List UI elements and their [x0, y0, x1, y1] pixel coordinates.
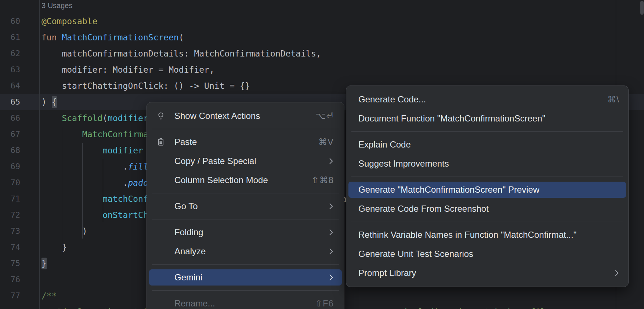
menu-item-label: Copy / Paste Special [174, 156, 256, 166]
line-number: 72 [0, 207, 20, 223]
menu-item-label: Analyze [174, 246, 206, 257]
code-line-text: } [41, 239, 67, 255]
menu-item-column-selection-mode[interactable]: Column Selection Mode⇧⌘8 [147, 171, 344, 190]
menu-item-generate-code[interactable]: Generate Code...⌘\ [346, 90, 628, 109]
code-token: ) [41, 226, 87, 236]
chevron-right-icon [329, 248, 334, 255]
menu-separator [152, 264, 339, 265]
chevron-right-icon [329, 158, 334, 164]
menu-item-shortcut: ⌘V [318, 137, 334, 147]
code-line: 63 modifier: Modifier = Modifier, [0, 62, 644, 78]
menu-item-rethink-variable-names-in-function-matchconfirmat[interactable]: Rethink Variable Names in Function "Matc… [346, 225, 628, 244]
code-token: fun [41, 33, 62, 42]
menu-separator [152, 129, 339, 129]
line-number: 77 [0, 288, 20, 304]
line-number: 61 [0, 29, 20, 46]
clipboard-icon [153, 137, 174, 147]
menu-item-label: Suggest Improvements [358, 159, 449, 169]
line-number: 73 [0, 223, 20, 239]
line-number: 70 [0, 175, 20, 191]
menu-item-label: Explain Code [358, 139, 411, 150]
code-line-text: } [41, 255, 47, 272]
line-number: 64 [0, 78, 20, 94]
line-number: 75 [0, 255, 20, 272]
line-number: 76 [0, 272, 20, 288]
line-number: 69 [0, 159, 20, 175]
usages-hint[interactable]: 3 Usages [0, 0, 644, 13]
matched-brace: { [52, 96, 57, 108]
menu-separator [152, 193, 339, 193]
menu-item-label: Document Function "MatchConfirmationScre… [358, 113, 545, 124]
menu-item-label: Rename... [174, 298, 215, 309]
code-token [41, 130, 82, 139]
code-token: @Composable [41, 17, 97, 26]
line-number: 71 [0, 191, 20, 207]
code-token: . [41, 178, 128, 188]
menu-item-shortcut: ⇧⌘8 [312, 175, 334, 185]
code-token [41, 210, 102, 220]
code-line-text: startChattingOnClick: () -> Unit = {} [41, 78, 250, 94]
menu-item-shortcut: ⌘\ [607, 94, 619, 105]
menu-item-label: Generate Code... [358, 94, 426, 105]
menu-item-copy-paste-special[interactable]: Copy / Paste Special [147, 152, 344, 171]
menu-separator [351, 222, 623, 222]
code-line: 60@Composable [0, 13, 644, 29]
menu-item-label: Rethink Variable Names in Function "Matc… [358, 230, 576, 240]
code-token [41, 146, 102, 155]
menu-item-folding[interactable]: Folding [147, 223, 344, 242]
code-token [41, 113, 62, 123]
menu-item-generate-matchconfirmationscreen-preview[interactable]: Generate "MatchConfirmationScreen" Previ… [346, 180, 628, 199]
code-line-text: ) { [41, 94, 57, 110]
menu-separator [152, 290, 339, 291]
code-token: /** [41, 291, 57, 301]
menu-item-go-to[interactable]: Go To [147, 197, 344, 216]
menu-item-label: Prompt Library [358, 268, 416, 278]
line-number: 63 [0, 62, 20, 78]
line-number: 66 [0, 110, 20, 126]
menu-separator [152, 219, 339, 219]
ide-editor-screen: { "editor": { "usages_hint": "3 Usages",… [0, 0, 644, 309]
menu-item-explain-code[interactable]: Explain Code [346, 135, 628, 154]
code-line-text: ) [41, 223, 87, 239]
code-token: startChattingOnClick: () -> Unit = {} [41, 81, 250, 91]
menu-item-shortcut: ⇧F6 [315, 298, 334, 309]
chevron-right-icon [329, 203, 334, 210]
matched-brace: } [41, 258, 47, 269]
line-number: 67 [0, 126, 20, 142]
menu-item-generate-code-from-screenshot[interactable]: Generate Code From Screenshot [346, 199, 628, 218]
line-number: 74 [0, 239, 20, 255]
menu-item-paste[interactable]: Paste⌘V [147, 132, 344, 152]
menu-item-gemini[interactable]: Gemini [147, 268, 344, 287]
code-token: ( [179, 33, 184, 42]
menu-item-prompt-library[interactable]: Prompt Library [346, 263, 628, 283]
code-line-text: /** [41, 288, 57, 304]
chevron-right-icon [329, 229, 334, 236]
code-token: matchConfirmationDetails: MatchConfirmat… [41, 49, 321, 58]
menu-item-rename[interactable]: Rename...⇧F6 [147, 294, 344, 309]
context-menu: Show Context Actions⌥⏎Paste⌘VCopy / Past… [146, 102, 344, 309]
menu-item-document-function-matchconfirmationscreen[interactable]: Document Function "MatchConfirmationScre… [346, 109, 628, 128]
code-line-text: matchConfirmationDetails: MatchConfirmat… [41, 46, 321, 62]
menu-item-generate-unit-test-scenarios[interactable]: Generate Unit Test Scenarios [346, 244, 628, 263]
code-token: ) [41, 97, 52, 107]
menu-item-label: Gemini [174, 272, 202, 283]
menu-item-label: Show Context Actions [174, 111, 260, 121]
line-number: 65 [0, 94, 20, 110]
gemini-submenu: Generate Code...⌘\Document Function "Mat… [346, 86, 629, 287]
menu-item-label: Go To [174, 201, 198, 211]
line-number: 60 [0, 13, 20, 29]
menu-item-label: Generate Unit Test Scenarios [358, 249, 473, 259]
menu-item-suggest-improvements[interactable]: Suggest Improvements [346, 154, 628, 173]
menu-item-label: Generate "MatchConfirmationScreen" Previ… [358, 185, 539, 195]
menu-item-show-context-actions[interactable]: Show Context Actions⌥⏎ [147, 106, 344, 126]
code-token: . [41, 162, 128, 171]
menu-item-analyze[interactable]: Analyze [147, 242, 344, 261]
code-line: 62 matchConfirmationDetails: MatchConfir… [0, 46, 644, 62]
lightbulb-icon [153, 111, 174, 121]
code-line-text: 3 Usages [41, 0, 73, 14]
vertical-scrollbar-thumb[interactable] [640, 1, 644, 15]
code-line-text: modifier: Modifier = Modifier, [41, 62, 214, 78]
code-token: ( [102, 113, 108, 123]
code-token: MatchConfirmationScreen [62, 33, 179, 42]
code-token: modifier: Modifier = Modifier, [41, 65, 214, 74]
